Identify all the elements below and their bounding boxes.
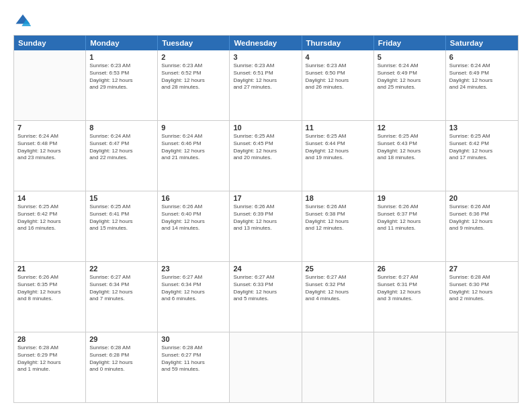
calendar-row-2: 14Sunrise: 6:25 AMSunset: 6:42 PMDayligh… <box>14 191 518 261</box>
cell-info: Sunrise: 6:28 AMSunset: 6:27 PMDaylight:… <box>161 345 226 373</box>
cell-info: Sunrise: 6:24 AMSunset: 6:49 PMDaylight:… <box>449 62 515 91</box>
cell-info: Sunrise: 6:26 AMSunset: 6:39 PMDaylight:… <box>233 203 298 232</box>
cell-info: Sunrise: 6:27 AMSunset: 6:31 PMDaylight:… <box>378 274 442 303</box>
day-cell-18: 18Sunrise: 6:26 AMSunset: 6:38 PMDayligh… <box>302 191 374 261</box>
day-number: 7 <box>17 124 82 132</box>
day-number: 23 <box>161 265 226 273</box>
cell-info: Sunrise: 6:23 AMSunset: 6:51 PMDaylight:… <box>233 62 298 91</box>
cell-info: Sunrise: 6:23 AMSunset: 6:52 PMDaylight:… <box>161 62 226 91</box>
day-cell-8: 8Sunrise: 6:24 AMSunset: 6:47 PMDaylight… <box>86 121 158 191</box>
cell-info: Sunrise: 6:23 AMSunset: 6:50 PMDaylight:… <box>306 62 370 91</box>
day-cell-6: 6Sunrise: 6:24 AMSunset: 6:49 PMDaylight… <box>446 50 518 120</box>
cell-info: Sunrise: 6:24 AMSunset: 6:46 PMDaylight:… <box>161 133 226 162</box>
day-number: 28 <box>17 335 82 343</box>
empty-cell-r4c5 <box>374 332 446 402</box>
day-number: 6 <box>449 53 515 61</box>
day-cell-14: 14Sunrise: 6:25 AMSunset: 6:42 PMDayligh… <box>14 191 86 261</box>
day-number: 10 <box>233 124 298 132</box>
day-number: 3 <box>233 53 298 61</box>
header-day-thursday: Thursday <box>302 36 374 50</box>
header-day-monday: Monday <box>86 36 158 50</box>
day-number: 8 <box>89 124 154 132</box>
day-number: 24 <box>233 265 298 273</box>
logo-icon <box>13 12 32 31</box>
day-number: 16 <box>161 194 226 202</box>
day-number: 1 <box>89 53 154 61</box>
day-number: 21 <box>17 265 82 273</box>
header <box>13 12 519 31</box>
day-cell-27: 27Sunrise: 6:28 AMSunset: 6:30 PMDayligh… <box>446 262 518 332</box>
day-cell-25: 25Sunrise: 6:27 AMSunset: 6:32 PMDayligh… <box>302 262 374 332</box>
day-number: 14 <box>17 194 82 202</box>
cell-info: Sunrise: 6:25 AMSunset: 6:43 PMDaylight:… <box>378 133 442 162</box>
header-day-tuesday: Tuesday <box>158 36 230 50</box>
calendar-body: 1Sunrise: 6:23 AMSunset: 6:53 PMDaylight… <box>14 50 518 402</box>
day-number: 30 <box>161 335 226 343</box>
day-cell-22: 22Sunrise: 6:27 AMSunset: 6:34 PMDayligh… <box>86 262 158 332</box>
day-cell-5: 5Sunrise: 6:24 AMSunset: 6:49 PMDaylight… <box>374 50 446 120</box>
day-number: 26 <box>378 265 442 273</box>
cell-info: Sunrise: 6:28 AMSunset: 6:30 PMDaylight:… <box>449 274 515 303</box>
cell-info: Sunrise: 6:28 AMSunset: 6:28 PMDaylight:… <box>89 345 154 373</box>
header-day-sunday: Sunday <box>14 36 86 50</box>
cell-info: Sunrise: 6:25 AMSunset: 6:42 PMDaylight:… <box>449 133 515 162</box>
day-cell-12: 12Sunrise: 6:25 AMSunset: 6:43 PMDayligh… <box>374 121 446 191</box>
header-day-friday: Friday <box>374 36 446 50</box>
header-day-wednesday: Wednesday <box>230 36 302 50</box>
day-cell-23: 23Sunrise: 6:27 AMSunset: 6:34 PMDayligh… <box>158 262 230 332</box>
day-cell-13: 13Sunrise: 6:25 AMSunset: 6:42 PMDayligh… <box>446 121 518 191</box>
day-cell-7: 7Sunrise: 6:24 AMSunset: 6:48 PMDaylight… <box>14 121 86 191</box>
day-number: 9 <box>161 124 226 132</box>
cell-info: Sunrise: 6:25 AMSunset: 6:44 PMDaylight:… <box>306 133 370 162</box>
calendar-row-0: 1Sunrise: 6:23 AMSunset: 6:53 PMDaylight… <box>14 50 518 120</box>
day-cell-15: 15Sunrise: 6:25 AMSunset: 6:41 PMDayligh… <box>86 191 158 261</box>
cell-info: Sunrise: 6:26 AMSunset: 6:40 PMDaylight:… <box>161 203 226 232</box>
day-number: 2 <box>161 53 226 61</box>
day-cell-16: 16Sunrise: 6:26 AMSunset: 6:40 PMDayligh… <box>158 191 230 261</box>
calendar-row-1: 7Sunrise: 6:24 AMSunset: 6:48 PMDaylight… <box>14 120 518 191</box>
cell-info: Sunrise: 6:27 AMSunset: 6:34 PMDaylight:… <box>161 274 226 303</box>
cell-info: Sunrise: 6:23 AMSunset: 6:53 PMDaylight:… <box>89 62 154 91</box>
day-cell-21: 21Sunrise: 6:26 AMSunset: 6:35 PMDayligh… <box>14 262 86 332</box>
logo <box>13 12 35 31</box>
cell-info: Sunrise: 6:24 AMSunset: 6:47 PMDaylight:… <box>89 133 154 162</box>
day-cell-19: 19Sunrise: 6:26 AMSunset: 6:37 PMDayligh… <box>374 191 446 261</box>
day-cell-30: 30Sunrise: 6:28 AMSunset: 6:27 PMDayligh… <box>158 332 230 402</box>
day-cell-11: 11Sunrise: 6:25 AMSunset: 6:44 PMDayligh… <box>302 121 374 191</box>
day-number: 12 <box>378 124 442 132</box>
day-cell-1: 1Sunrise: 6:23 AMSunset: 6:53 PMDaylight… <box>86 50 158 120</box>
cell-info: Sunrise: 6:26 AMSunset: 6:38 PMDaylight:… <box>306 203 370 232</box>
cell-info: Sunrise: 6:24 AMSunset: 6:48 PMDaylight:… <box>17 133 82 162</box>
day-cell-20: 20Sunrise: 6:26 AMSunset: 6:36 PMDayligh… <box>446 191 518 261</box>
cell-info: Sunrise: 6:24 AMSunset: 6:49 PMDaylight:… <box>378 62 442 91</box>
day-number: 19 <box>378 194 442 202</box>
calendar: SundayMondayTuesdayWednesdayThursdayFrid… <box>13 35 519 403</box>
calendar-header-row: SundayMondayTuesdayWednesdayThursdayFrid… <box>14 36 518 50</box>
calendar-row-4: 28Sunrise: 6:28 AMSunset: 6:29 PMDayligh… <box>14 332 518 402</box>
day-number: 29 <box>89 335 154 343</box>
cell-info: Sunrise: 6:25 AMSunset: 6:45 PMDaylight:… <box>233 133 298 162</box>
calendar-row-3: 21Sunrise: 6:26 AMSunset: 6:35 PMDayligh… <box>14 261 518 332</box>
empty-cell-r0c0 <box>14 50 86 120</box>
cell-info: Sunrise: 6:26 AMSunset: 6:37 PMDaylight:… <box>378 203 442 232</box>
page: SundayMondayTuesdayWednesdayThursdayFrid… <box>0 0 532 411</box>
header-day-saturday: Saturday <box>446 36 518 50</box>
day-number: 5 <box>378 53 442 61</box>
day-cell-17: 17Sunrise: 6:26 AMSunset: 6:39 PMDayligh… <box>230 191 302 261</box>
day-cell-24: 24Sunrise: 6:27 AMSunset: 6:33 PMDayligh… <box>230 262 302 332</box>
day-number: 18 <box>306 194 370 202</box>
cell-info: Sunrise: 6:27 AMSunset: 6:34 PMDaylight:… <box>89 274 154 303</box>
day-number: 25 <box>306 265 370 273</box>
day-cell-28: 28Sunrise: 6:28 AMSunset: 6:29 PMDayligh… <box>14 332 86 402</box>
day-cell-29: 29Sunrise: 6:28 AMSunset: 6:28 PMDayligh… <box>86 332 158 402</box>
cell-info: Sunrise: 6:28 AMSunset: 6:29 PMDaylight:… <box>17 345 82 373</box>
cell-info: Sunrise: 6:27 AMSunset: 6:33 PMDaylight:… <box>233 274 298 303</box>
day-cell-2: 2Sunrise: 6:23 AMSunset: 6:52 PMDaylight… <box>158 50 230 120</box>
day-number: 27 <box>449 265 515 273</box>
day-cell-9: 9Sunrise: 6:24 AMSunset: 6:46 PMDaylight… <box>158 121 230 191</box>
day-cell-3: 3Sunrise: 6:23 AMSunset: 6:51 PMDaylight… <box>230 50 302 120</box>
day-cell-4: 4Sunrise: 6:23 AMSunset: 6:50 PMDaylight… <box>302 50 374 120</box>
day-cell-26: 26Sunrise: 6:27 AMSunset: 6:31 PMDayligh… <box>374 262 446 332</box>
cell-info: Sunrise: 6:26 AMSunset: 6:35 PMDaylight:… <box>17 274 82 303</box>
day-number: 15 <box>89 194 154 202</box>
